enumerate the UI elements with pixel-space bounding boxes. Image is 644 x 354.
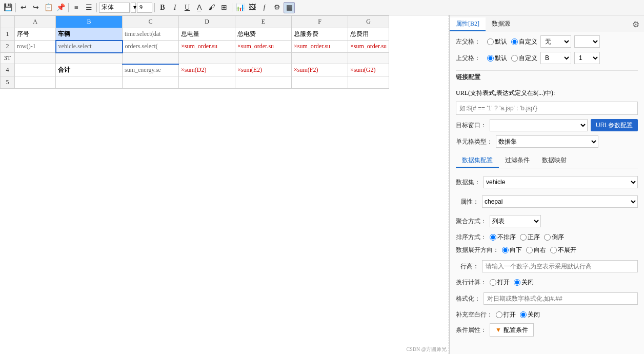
cell-C5[interactable] <box>123 76 179 89</box>
font-name-dropdown[interactable]: 宋体 <box>99 3 130 13</box>
cell-A4[interactable] <box>15 64 56 76</box>
chart-icon[interactable]: 📊 <box>234 2 246 13</box>
top-parent-value-select[interactable]: B <box>540 52 571 64</box>
gear-icon[interactable]: ⚙ <box>630 18 642 30</box>
table-mode-icon[interactable]: ▦ <box>284 2 295 13</box>
cell-C1[interactable]: time.select(dat <box>123 28 179 41</box>
list-icon[interactable]: ☰ <box>83 2 94 13</box>
target-window-select[interactable] <box>490 119 588 131</box>
sort-desc[interactable]: 倒序 <box>544 233 564 242</box>
left-parent-custom[interactable]: 自定义 <box>511 37 537 46</box>
cell-B3T[interactable] <box>56 53 123 64</box>
cell-A2[interactable]: row()-1 <box>15 41 56 53</box>
cell-F1[interactable]: 总服务费 <box>292 28 348 41</box>
col-header-E[interactable]: E <box>235 16 292 28</box>
cell-B5[interactable] <box>56 76 123 89</box>
cell-D4[interactable]: ×sum(D2) <box>179 64 235 76</box>
fill-empty-close[interactable]: 关闭 <box>520 310 540 319</box>
row-header-3T[interactable]: 3T <box>1 53 15 64</box>
bold-icon[interactable]: B <box>157 2 168 13</box>
highlight-icon[interactable]: 🖌 <box>206 2 217 13</box>
cell-A5[interactable] <box>15 76 56 89</box>
cell-C3T[interactable] <box>123 53 179 64</box>
spreadsheet-area[interactable]: A B C D E F G 1 序号 车辆 time.se <box>0 15 449 354</box>
cell-A1[interactable]: 序号 <box>15 28 56 41</box>
cell-F5[interactable] <box>292 76 348 89</box>
line-calc-open[interactable]: 打开 <box>490 278 510 287</box>
subtab-filter[interactable]: 过滤条件 <box>499 154 536 168</box>
cell-G4[interactable]: ×sum(G2) <box>348 64 389 76</box>
row-header-4[interactable]: 4 <box>1 64 15 76</box>
font-color-icon[interactable]: A̲ <box>194 2 205 13</box>
aggregate-select[interactable]: 列表 求和 平均值 <box>490 215 541 227</box>
cell-E5[interactable] <box>235 76 292 89</box>
col-header-F[interactable]: F <box>292 16 348 28</box>
col-header-D[interactable]: D <box>179 16 235 28</box>
left-parent-default[interactable]: 默认 <box>487 37 507 46</box>
row-header-5[interactable]: 5 <box>1 76 15 89</box>
undo-icon[interactable]: ↩ <box>18 2 29 13</box>
cell-G2[interactable]: ×sum_order.su <box>348 41 389 53</box>
left-parent-value-select[interactable]: 无 <box>540 35 571 48</box>
top-parent-extra-select[interactable]: 1 <box>574 52 600 64</box>
cell-C2[interactable]: orders.select( <box>123 41 179 53</box>
dataset-select[interactable]: vehicle orders energy <box>484 176 638 188</box>
col-header-B[interactable]: B <box>56 16 123 28</box>
format-icon[interactable]: ≡ <box>71 2 82 13</box>
expand-none[interactable]: 不展开 <box>550 246 576 254</box>
attr-select[interactable]: chepai id type <box>482 195 638 208</box>
col-header-G[interactable]: G <box>348 16 389 28</box>
cell-D3T[interactable] <box>179 53 235 64</box>
row-header-1[interactable]: 1 <box>1 28 15 41</box>
sort-none[interactable]: 不排序 <box>490 233 516 242</box>
cell-D2[interactable]: ×sum_order.su <box>179 41 235 53</box>
font-name-arrow[interactable]: ▾ <box>131 3 136 13</box>
cell-G1[interactable]: 总费用 <box>348 28 389 41</box>
row-header-2[interactable]: 2 <box>1 41 15 53</box>
subtab-mapping[interactable]: 数据映射 <box>536 154 573 168</box>
cell-F2[interactable]: ×sum_order.su <box>292 41 348 53</box>
col-header-C[interactable]: C <box>123 16 179 28</box>
top-parent-custom[interactable]: 自定义 <box>511 54 537 63</box>
line-calc-close[interactable]: 关闭 <box>514 278 534 287</box>
expand-right[interactable]: 向右 <box>526 246 546 254</box>
cell-G3T[interactable] <box>348 53 389 64</box>
font-size-dropdown[interactable]: 9 <box>137 3 152 13</box>
cell-B2[interactable]: vehicle.select <box>56 41 123 53</box>
cell-E3T[interactable] <box>235 53 292 64</box>
url-config-button[interactable]: URL参数配置 <box>591 119 638 131</box>
copy-icon[interactable]: 📋 <box>43 2 54 13</box>
formula-icon[interactable]: ƒ <box>259 2 270 13</box>
top-parent-default[interactable]: 默认 <box>487 54 507 63</box>
italic-icon[interactable]: I <box>169 2 180 13</box>
url-input[interactable] <box>456 102 638 115</box>
image-icon[interactable]: 🖼 <box>247 2 258 13</box>
save-icon[interactable]: 💾 <box>2 2 13 13</box>
expand-down[interactable]: 向下 <box>502 246 522 254</box>
tab-datasource[interactable]: 数据源 <box>486 17 516 31</box>
cell-C4[interactable]: sum_energy.se <box>123 64 179 76</box>
subtab-dataset-config[interactable]: 数据集配置 <box>456 154 499 168</box>
cell-type-select[interactable]: 数据集 文本 数字 日期 <box>496 135 598 148</box>
tab-properties[interactable]: 属性[B2] <box>450 17 486 31</box>
cell-E1[interactable]: 总电费 <box>235 28 292 41</box>
cell-G5[interactable] <box>348 76 389 89</box>
cell-A3T[interactable] <box>15 53 56 64</box>
cell-F4[interactable]: ×sum(F2) <box>292 64 348 76</box>
redo-icon[interactable]: ↪ <box>30 2 42 13</box>
border-icon[interactable]: ⊞ <box>218 2 230 13</box>
cell-D1[interactable]: 总电量 <box>179 28 235 41</box>
left-parent-extra-select[interactable] <box>574 35 600 48</box>
condition-button[interactable]: ▼ 配置条件 <box>490 323 534 337</box>
row-height-input[interactable] <box>482 260 638 272</box>
fill-empty-open[interactable]: 打开 <box>496 310 516 319</box>
cell-B1[interactable]: 车辆 <box>56 28 123 41</box>
cell-D5[interactable] <box>179 76 235 89</box>
format-input[interactable] <box>484 292 638 305</box>
sort-asc[interactable]: 正序 <box>520 233 540 242</box>
col-header-A[interactable]: A <box>15 16 56 28</box>
cell-B4[interactable]: 合计 <box>56 64 123 76</box>
settings-icon[interactable]: ⚙ <box>271 2 283 13</box>
cell-F3T[interactable] <box>292 53 348 64</box>
underline-icon[interactable]: U <box>182 2 193 13</box>
